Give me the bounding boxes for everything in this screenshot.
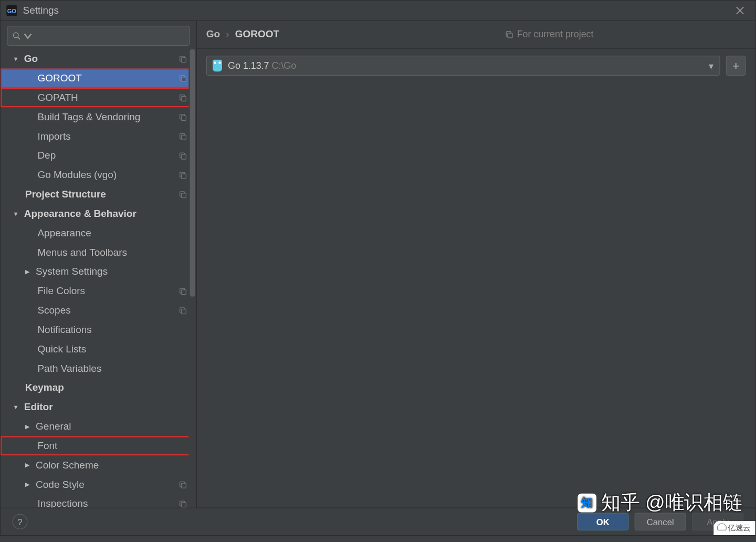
tree-item-editor[interactable]: ▼Editor bbox=[1, 398, 196, 417]
tree-item-label: Project Structure bbox=[25, 189, 178, 200]
tree-item-label: General bbox=[36, 421, 187, 432]
title-bar: GO Settings bbox=[1, 1, 755, 21]
svg-rect-23 bbox=[181, 483, 186, 488]
svg-rect-25 bbox=[181, 502, 186, 507]
per-project-icon bbox=[178, 481, 187, 489]
svg-rect-27 bbox=[508, 33, 512, 38]
chevron-down-icon: ▾ bbox=[709, 60, 713, 71]
apply-button[interactable]: Apply bbox=[692, 513, 743, 530]
scrollbar-track[interactable] bbox=[188, 49, 196, 508]
sdk-label: Go 1.13.7 bbox=[228, 60, 269, 70]
settings-tree[interactable]: ▼GoGOROOTGOPATHBuild Tags & VendoringImp… bbox=[1, 49, 196, 508]
tree-item-build-tags-vendoring[interactable]: Build Tags & Vendoring bbox=[1, 107, 196, 127]
svg-rect-5 bbox=[181, 77, 186, 81]
breadcrumb-root[interactable]: Go bbox=[206, 29, 220, 40]
scrollbar-thumb[interactable] bbox=[190, 49, 195, 297]
chevron-right-icon[interactable]: ▶ bbox=[24, 462, 31, 468]
tree-item-label: Build Tags & Vendoring bbox=[37, 111, 178, 122]
svg-point-0 bbox=[14, 33, 18, 37]
per-project-icon bbox=[178, 151, 187, 160]
tree-item-label: GOPATH bbox=[37, 92, 178, 103]
tree-item-code-style[interactable]: ▶Code Style bbox=[1, 475, 196, 494]
chevron-right-icon[interactable]: ▶ bbox=[24, 268, 31, 275]
breadcrumb: Go › GOROOT For current project bbox=[197, 21, 755, 48]
tree-item-label: Appearance bbox=[37, 227, 187, 238]
dialog-footer: ? OK Cancel Apply bbox=[1, 507, 755, 535]
tree-item-label: Go bbox=[24, 53, 179, 65]
tree-item-notifications[interactable]: Notifications bbox=[1, 320, 196, 339]
settings-sidebar: ▼GoGOROOTGOPATHBuild Tags & VendoringImp… bbox=[1, 21, 196, 507]
per-project-icon bbox=[178, 55, 187, 63]
chevron-down-icon[interactable]: ▼ bbox=[12, 56, 19, 62]
chevron-down-icon[interactable]: ▼ bbox=[12, 404, 19, 410]
tree-item-go-modules-vgo-[interactable]: Go Modules (vgo) bbox=[1, 165, 196, 185]
tree-item-label: System Settings bbox=[36, 266, 187, 277]
per-project-icon bbox=[178, 190, 187, 199]
app-icon: GO bbox=[6, 5, 17, 16]
tree-item-path-variables[interactable]: Path Variables bbox=[1, 359, 196, 378]
tree-item-quick-lists[interactable]: Quick Lists bbox=[1, 339, 196, 359]
window-title: Settings bbox=[23, 5, 59, 16]
svg-rect-21 bbox=[181, 309, 186, 314]
tree-item-label: Keymap bbox=[25, 382, 187, 393]
tree-item-inspections[interactable]: Inspections bbox=[1, 494, 196, 508]
tree-item-project-structure[interactable]: Project Structure bbox=[1, 185, 196, 204]
tree-item-imports[interactable]: Imports bbox=[1, 127, 196, 146]
per-project-icon bbox=[178, 93, 187, 102]
chevron-down-icon[interactable]: ▼ bbox=[12, 211, 19, 217]
tree-item-go[interactable]: ▼Go bbox=[1, 49, 196, 69]
tree-item-file-colors[interactable]: File Colors bbox=[1, 282, 196, 301]
search-input[interactable] bbox=[7, 26, 190, 46]
sdk-dropdown[interactable]: Go 1.13.7 C:\Go ▾ bbox=[206, 56, 720, 76]
tree-item-color-scheme[interactable]: ▶Color Scheme bbox=[1, 455, 196, 475]
tree-item-scopes[interactable]: Scopes bbox=[1, 301, 196, 320]
cancel-button[interactable]: Cancel bbox=[635, 513, 686, 530]
tree-item-label: Editor bbox=[24, 401, 187, 413]
tree-item-gopath[interactable]: GOPATH bbox=[1, 88, 196, 107]
tree-item-appearance-behavior[interactable]: ▼Appearance & Behavior bbox=[1, 204, 196, 223]
tree-item-label: Dep bbox=[37, 150, 178, 161]
sdk-path: C:\Go bbox=[272, 60, 297, 70]
tree-item-label: File Colors bbox=[37, 285, 178, 297]
tree-item-system-settings[interactable]: ▶System Settings bbox=[1, 262, 196, 282]
per-project-icon bbox=[178, 74, 187, 82]
per-project-icon bbox=[178, 306, 187, 315]
tree-item-keymap[interactable]: Keymap bbox=[1, 378, 196, 398]
svg-rect-9 bbox=[181, 116, 186, 120]
tree-item-menus-and-toolbars[interactable]: Menus and Toolbars bbox=[1, 243, 196, 262]
tree-item-label: Menus and Toolbars bbox=[37, 246, 187, 258]
svg-rect-13 bbox=[181, 154, 186, 159]
per-project-icon bbox=[178, 113, 187, 121]
tree-item-font[interactable]: Font bbox=[1, 436, 196, 455]
svg-rect-3 bbox=[181, 57, 186, 62]
per-project-icon bbox=[178, 287, 187, 295]
tree-item-dep[interactable]: Dep bbox=[1, 146, 196, 165]
tree-item-goroot[interactable]: GOROOT bbox=[1, 69, 196, 88]
tree-item-label: GOROOT bbox=[37, 72, 178, 84]
tree-item-label: Code Style bbox=[36, 478, 178, 490]
context-hint: For current project bbox=[505, 29, 593, 40]
chevron-right-icon[interactable]: ▶ bbox=[24, 423, 31, 430]
tree-item-label: Inspections bbox=[37, 498, 178, 507]
chevron-down-icon bbox=[24, 32, 33, 40]
help-button[interactable]: ? bbox=[12, 514, 27, 529]
close-icon bbox=[736, 6, 744, 15]
search-icon bbox=[12, 32, 21, 40]
tree-item-label: Notifications bbox=[37, 324, 187, 336]
chevron-right-icon[interactable]: ▶ bbox=[24, 481, 31, 487]
svg-line-1 bbox=[18, 37, 20, 39]
svg-rect-17 bbox=[181, 193, 186, 197]
tree-item-appearance[interactable]: Appearance bbox=[1, 223, 196, 243]
tree-item-label: Path Variables bbox=[37, 362, 187, 374]
ok-button[interactable]: OK bbox=[577, 513, 628, 530]
tree-item-general[interactable]: ▶General bbox=[1, 416, 196, 436]
tree-item-label: Go Modules (vgo) bbox=[37, 169, 178, 181]
add-sdk-button[interactable]: + bbox=[726, 56, 746, 76]
tree-item-label: Appearance & Behavior bbox=[24, 208, 187, 220]
tree-item-label: Quick Lists bbox=[37, 343, 187, 355]
tree-item-label: Imports bbox=[37, 130, 178, 142]
detail-pane: Go › GOROOT For current project Go 1.13.… bbox=[196, 21, 755, 507]
breadcrumb-current: GOROOT bbox=[235, 29, 279, 40]
close-button[interactable] bbox=[731, 4, 750, 17]
copy-icon bbox=[505, 30, 513, 39]
